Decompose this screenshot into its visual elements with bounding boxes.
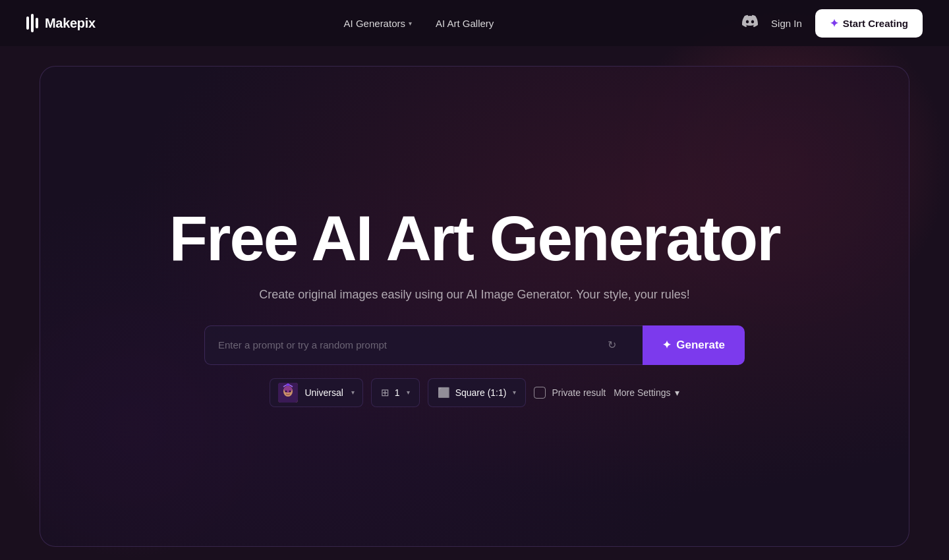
model-chevron-icon: ▾ <box>351 389 355 396</box>
navbar: Makepix AI Generators ▾ AI Art Gallery S… <box>0 0 949 46</box>
hero-card: Free AI Art Generator Create original im… <box>40 66 909 547</box>
main-container: Free AI Art Generator Create original im… <box>0 46 949 560</box>
navbar-actions: Sign In ✦ Start Creating <box>742 9 923 38</box>
controls-row: Universal ▾ ⊞ 1 ▾ ⬜ Square (1:1) ▾ Priva… <box>270 378 679 407</box>
svg-point-3 <box>285 390 287 392</box>
model-name: Universal <box>304 387 343 398</box>
aspect-ratio-icon: ⬜ <box>438 387 450 399</box>
prompt-input[interactable] <box>204 325 643 365</box>
images-icon: ⊞ <box>381 387 389 399</box>
hero-title: Free AI Art Generator <box>169 206 780 272</box>
logo-text: Makepix <box>45 16 96 31</box>
more-settings-chevron-icon: ▾ <box>675 387 679 398</box>
logo-icon <box>26 14 38 32</box>
prompt-row: ↻ ✦ Generate <box>204 325 745 365</box>
spark-icon: ✦ <box>830 17 838 30</box>
chevron-down-icon: ▾ <box>409 20 412 27</box>
count-chevron-icon: ▾ <box>407 389 410 396</box>
logo-bar-3 <box>36 18 38 28</box>
discord-icon[interactable] <box>742 13 758 33</box>
svg-point-4 <box>289 390 291 392</box>
ratio-chevron-icon: ▾ <box>513 389 516 396</box>
more-settings-button[interactable]: More Settings ▾ <box>614 387 679 398</box>
logo[interactable]: Makepix <box>26 14 96 32</box>
svg-point-5 <box>287 383 289 386</box>
start-creating-button[interactable]: ✦ Start Creating <box>815 9 923 38</box>
model-selector[interactable]: Universal ▾ <box>270 378 362 407</box>
nav-ai-generators[interactable]: AI Generators ▾ <box>344 18 412 29</box>
private-result-toggle[interactable]: Private result <box>534 387 606 399</box>
sign-in-button[interactable]: Sign In <box>771 18 802 29</box>
generate-spark-icon: ✦ <box>662 339 671 351</box>
hero-subtitle: Create original images easily using our … <box>259 288 689 302</box>
aspect-ratio-selector[interactable]: ⬜ Square (1:1) ▾ <box>428 378 527 407</box>
refresh-icon[interactable]: ↻ <box>608 339 616 351</box>
count-selector[interactable]: ⊞ 1 ▾ <box>371 378 420 407</box>
navbar-nav: AI Generators ▾ AI Art Gallery <box>344 18 494 29</box>
private-checkbox[interactable] <box>534 387 546 399</box>
nav-ai-art-gallery[interactable]: AI Art Gallery <box>436 18 494 29</box>
logo-bar-2 <box>31 14 34 32</box>
logo-bar-1 <box>26 16 29 30</box>
model-thumbnail <box>278 383 298 403</box>
generate-button[interactable]: ✦ Generate <box>643 325 745 365</box>
